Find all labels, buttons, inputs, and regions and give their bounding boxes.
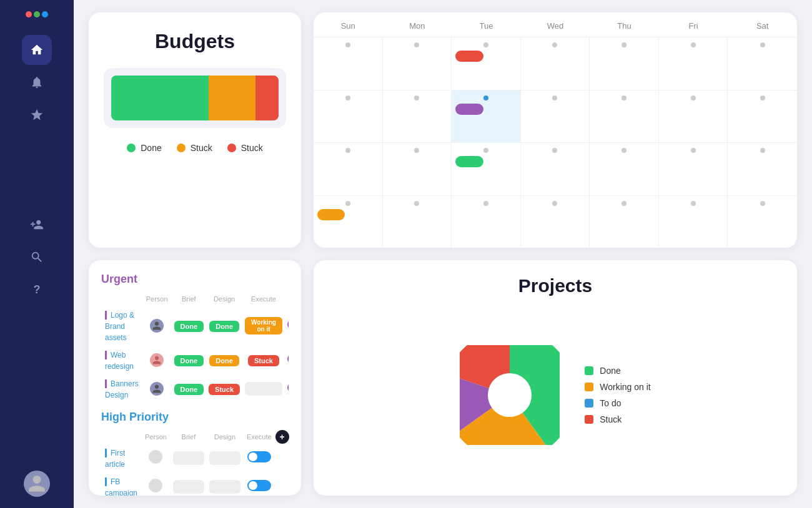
avatar-small — [150, 319, 164, 333]
cal-dot — [345, 95, 350, 100]
cal-day-fri: Fri — [659, 12, 728, 37]
calendar-header: Sun Mon Tue Wed Thu Fri Sat — [314, 12, 797, 37]
cal-cell-4-5 — [659, 196, 728, 248]
cal-dot — [621, 201, 626, 206]
sidebar-navigation: ? — [22, 35, 52, 471]
task-person-cell — [142, 346, 172, 374]
legend-dot-stuck-red — [227, 144, 236, 152]
sidebar-item-search[interactable] — [22, 242, 52, 272]
sidebar-item-home[interactable] — [22, 35, 52, 65]
cal-event-red — [455, 51, 483, 62]
cal-cell-1-6 — [728, 37, 797, 90]
urgent-table-wrapper: Person Brief Design Execute Timeline + L… — [101, 292, 289, 403]
legend-dot-stuck-orange — [177, 144, 186, 152]
empty-design — [209, 451, 240, 465]
cal-cell-1-4 — [590, 37, 659, 90]
calendar-body — [314, 37, 797, 248]
logo-dot-blue — [42, 11, 48, 17]
task-name-cell: Web redesign — [101, 346, 142, 374]
cal-day-tue: Tue — [452, 12, 521, 37]
task-name-cell: Logo & Brand assets — [101, 306, 142, 346]
task-brief-cell: Done — [172, 374, 207, 403]
cal-day-mon: Mon — [383, 12, 452, 37]
table-row: Banners Design Done Stuck — [101, 374, 289, 403]
avatar-small — [150, 382, 164, 396]
urgent-table: Person Brief Design Execute Timeline + L… — [101, 292, 289, 403]
cal-dot — [483, 201, 488, 206]
cal-dot — [483, 148, 488, 153]
budget-legend: Done Stuck Stuck — [127, 143, 263, 153]
cal-cell-2-4 — [590, 90, 659, 143]
cal-row-3 — [314, 143, 797, 196]
person-dot — [149, 479, 162, 492]
avatar[interactable] — [24, 471, 50, 497]
sidebar-item-help[interactable]: ? — [22, 275, 52, 305]
cal-dot — [760, 148, 765, 153]
cal-cell-1-0 — [314, 37, 383, 90]
sidebar-item-add-person[interactable] — [22, 210, 52, 240]
cal-cell-3-1 — [383, 143, 452, 195]
col-add: + — [275, 430, 289, 444]
high-priority-table: Person Brief Design Execute + First arti… — [101, 430, 289, 496]
legend-color-working — [585, 383, 593, 391]
cal-dot — [691, 95, 696, 100]
col-person: Person — [142, 292, 172, 306]
task-person-cell — [141, 444, 171, 472]
cal-dot — [483, 42, 488, 47]
legend-item-working: Working on it — [585, 382, 650, 392]
legend-label-stuck-orange: Stuck — [191, 143, 212, 153]
table-row: Web redesign Done Done Stuck — [101, 346, 289, 374]
timeline-bar — [287, 354, 289, 363]
urgent-title: Urgent — [101, 273, 289, 286]
col-execute: Execute — [243, 430, 275, 444]
pie-chart-svg — [460, 345, 560, 445]
cal-dot — [552, 42, 557, 47]
task-execute-cell — [243, 444, 275, 472]
cal-event-green — [455, 156, 483, 167]
cal-cell-3-0 — [314, 143, 383, 195]
cal-dot — [552, 148, 557, 153]
legend-color-todo — [585, 399, 593, 408]
task-name-banners: Banners Design — [105, 379, 139, 399]
sidebar-bottom — [24, 471, 50, 497]
cal-day-wed: Wed — [521, 12, 590, 37]
task-brief-cell — [171, 444, 207, 472]
task-name-fb: FB campaign — [105, 477, 137, 496]
add-high-priority-button[interactable]: + — [275, 430, 289, 444]
cal-dot — [414, 148, 419, 153]
avatar-small — [150, 353, 164, 367]
task-execute-cell: Working on it — [242, 306, 285, 346]
status-badge-done: Done — [174, 321, 204, 332]
task-timeline-cell — [285, 306, 289, 346]
task-person-cell — [142, 306, 172, 346]
cal-day-sat: Sat — [728, 12, 797, 37]
task-design-cell — [207, 472, 243, 496]
status-badge-working: Working on it — [245, 317, 282, 335]
col-brief: Brief — [171, 430, 207, 444]
cal-dot — [552, 201, 557, 206]
toggle-switch[interactable] — [247, 451, 271, 462]
task-design-cell: Stuck — [206, 374, 242, 403]
legend-label-done: Done — [600, 366, 620, 376]
cal-cell-4-0 — [314, 196, 383, 248]
main-content: Budgets Done Stuck Stuck — [74, 0, 812, 508]
cal-cell-3-4 — [590, 143, 659, 195]
task-timeline-cell — [285, 346, 289, 374]
cal-cell-4-4 — [590, 196, 659, 248]
task-person-cell — [142, 374, 172, 403]
status-badge-done-orange: Done — [209, 355, 239, 366]
task-name-cell: FB campaign — [101, 472, 141, 496]
cal-dot — [621, 95, 626, 100]
legend-item-todo: To do — [585, 398, 650, 408]
cal-dot — [760, 201, 765, 206]
cal-dot — [552, 95, 557, 100]
sidebar-item-star[interactable] — [22, 100, 52, 130]
cal-dot — [414, 95, 419, 100]
empty-execute — [245, 382, 282, 396]
sidebar-item-bell[interactable] — [22, 67, 52, 97]
empty-brief — [173, 480, 204, 494]
cal-dot — [760, 42, 765, 47]
toggle-switch[interactable] — [247, 480, 271, 491]
task-name-cell: Banners Design — [101, 374, 142, 403]
legend-label-todo: To do — [600, 398, 621, 408]
